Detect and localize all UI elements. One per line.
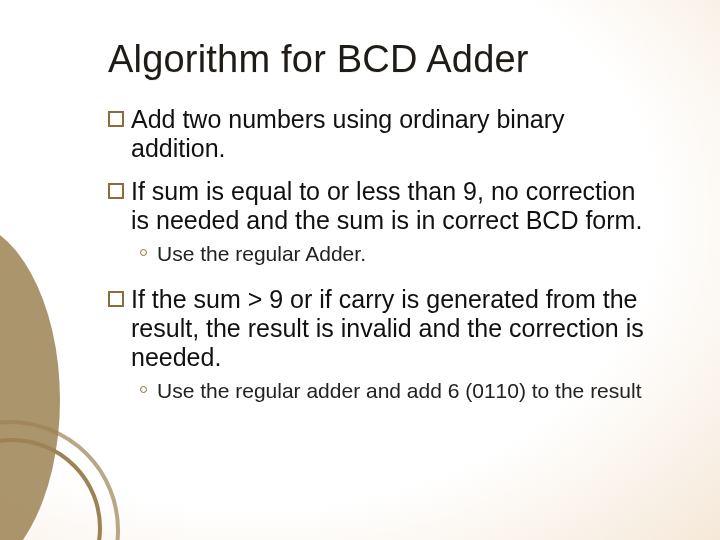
- circle-bullet-icon: [140, 386, 147, 393]
- sub-bullet-item: Use the regular Adder.: [108, 241, 662, 267]
- bullet-text: Add two numbers using ordinary binary ad…: [131, 105, 651, 163]
- circle-bullet-icon: [140, 249, 147, 256]
- bullet-text: If sum is equal to or less than 9, no co…: [131, 177, 651, 235]
- slide-content: Algorithm for BCD Adder Add two numbers …: [0, 0, 720, 403]
- sub-bullet-text: Use the regular Adder.: [157, 241, 366, 267]
- square-bullet-icon: [108, 183, 124, 199]
- bullet-item: Add two numbers using ordinary binary ad…: [108, 105, 662, 163]
- square-bullet-icon: [108, 111, 124, 127]
- slide-title: Algorithm for BCD Adder: [108, 38, 662, 81]
- sub-bullet-item: Use the regular adder and add 6 (0110) t…: [108, 378, 662, 404]
- sub-bullet-text: Use the regular adder and add 6 (0110) t…: [157, 378, 641, 404]
- square-bullet-icon: [108, 291, 124, 307]
- bullet-text: If the sum > 9 or if carry is generated …: [131, 285, 651, 372]
- bullet-item: If the sum > 9 or if carry is generated …: [108, 285, 662, 372]
- bullet-item: If sum is equal to or less than 9, no co…: [108, 177, 662, 235]
